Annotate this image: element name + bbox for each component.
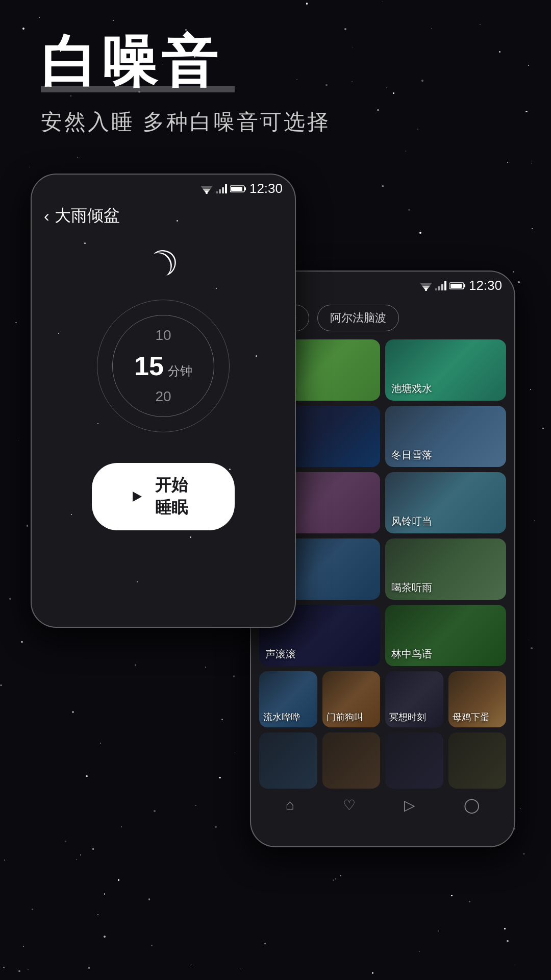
dog-inner: 门前狗叫 [322, 671, 381, 727]
svg-rect-20 [464, 284, 465, 287]
sound-item-meditation[interactable]: 冥想时刻 [385, 671, 443, 727]
main-title: 白噪音 [41, 31, 331, 92]
bottom-row: 流水哗哗 门前狗叫 冥想时刻 母鸡下蛋 [251, 671, 514, 727]
stream-inner: 流水哗哗 [259, 671, 317, 727]
sound-item-chicken[interactable]: 母鸡下蛋 [448, 671, 507, 727]
subtitle-text: 安然入睡 多种白噪音可选择 [41, 108, 331, 136]
sound-item-bird[interactable]: 林中鸟语 [385, 605, 506, 666]
svg-rect-16 [438, 286, 440, 290]
sound-label-bell: 风铃叮当 [391, 514, 432, 528]
start-sleep-button[interactable]: 开始睡眠 [92, 463, 235, 530]
status-time: 12:30 [249, 181, 283, 197]
bottom-nav: ⌂ ♡ ▷ ◯ [251, 789, 514, 822]
partial-item-3 [385, 732, 443, 789]
sound-label-thunder2: 声滚滚 [265, 647, 296, 661]
sound-label-bird: 林中鸟语 [391, 647, 432, 661]
svg-point-3 [206, 193, 208, 194]
status-icons: 12:30 [201, 181, 283, 197]
right-battery-icon [449, 282, 466, 290]
timer-bottom-number: 20 [155, 388, 171, 405]
status-bar: 12:30 [32, 175, 295, 200]
sound-label-stream: 流水哗哗 [263, 711, 313, 723]
phone-star [71, 514, 72, 515]
phone-star [256, 355, 257, 357]
svg-rect-6 [222, 187, 224, 193]
back-button[interactable]: ‹ 大雨倾盆 [44, 205, 120, 227]
play-icon [133, 492, 142, 502]
phone-star [137, 581, 138, 582]
sound-label-chicken: 母鸡下蛋 [453, 711, 503, 723]
phone-star [190, 536, 191, 538]
wifi-icon [201, 184, 213, 194]
nav-title: 大雨倾盆 [55, 205, 120, 227]
timer-main-number: 15 分钟 [134, 351, 192, 381]
right-wifi-icon [420, 281, 432, 291]
svg-rect-18 [444, 281, 446, 290]
moon-icon: ☽ [139, 237, 188, 290]
svg-rect-17 [441, 284, 443, 290]
title-text: 白噪音 [41, 30, 221, 93]
partial-item-2 [322, 732, 381, 789]
sound-item-snow[interactable]: 冬日雪落 [385, 406, 506, 467]
right-status-icons: 12:30 [420, 278, 502, 293]
nav-play-icon[interactable]: ▷ [404, 797, 415, 814]
svg-rect-7 [225, 184, 227, 193]
partial-item-1 [259, 732, 317, 789]
right-status-time: 12:30 [469, 278, 502, 293]
moon-area: ☽ [32, 232, 295, 289]
sound-item-dog[interactable]: 门前狗叫 [322, 671, 381, 727]
signal-icon [216, 184, 227, 193]
sound-label-dog: 门前狗叫 [327, 711, 377, 723]
timer-unit: 分钟 [168, 363, 192, 379]
timer-value: 15 [134, 351, 164, 381]
meditation-inner: 冥想时刻 [385, 671, 443, 727]
nav-user-icon[interactable]: ◯ [464, 797, 480, 814]
svg-point-14 [425, 290, 427, 291]
header-area: 白噪音 安然入睡 多种白噪音可选择 [41, 31, 331, 136]
title-underline [41, 86, 235, 92]
phone-left: 12:30 ‹ 大雨倾盆 ☽ 10 15 分钟 20 开始睡眠 [31, 174, 296, 628]
phone-star [58, 333, 59, 334]
timer-area[interactable]: 10 15 分钟 20 [92, 295, 235, 437]
partial-item-4 [448, 732, 507, 789]
svg-rect-15 [435, 288, 437, 290]
nav-bar: ‹ 大雨倾盆 [32, 200, 295, 232]
phone-star [229, 469, 231, 470]
sound-item-bell[interactable]: 风铃叮当 [385, 472, 506, 533]
svg-rect-9 [244, 187, 246, 190]
back-chevron-icon: ‹ [44, 207, 49, 226]
battery-icon [230, 185, 246, 193]
svg-rect-10 [231, 187, 242, 191]
chicken-inner: 母鸡下蛋 [448, 671, 507, 727]
svg-rect-21 [450, 284, 462, 288]
sound-label-meditation: 冥想时刻 [389, 711, 439, 723]
sound-item-stream[interactable]: 流水哗哗 [259, 671, 317, 727]
sound-label-tea: 喝茶听雨 [391, 581, 432, 595]
svg-rect-5 [219, 189, 221, 193]
timer-numbers: 10 15 分钟 20 [134, 327, 192, 405]
right-signal-icon [435, 281, 446, 290]
sound-label-pond: 池塘戏水 [391, 382, 432, 396]
nav-heart-icon[interactable]: ♡ [343, 797, 356, 814]
sound-item-tea[interactable]: 喝茶听雨 [385, 538, 506, 600]
svg-rect-4 [216, 191, 218, 193]
nav-home-icon[interactable]: ⌂ [286, 797, 294, 814]
partial-row [251, 732, 514, 789]
timer-top-number: 10 [155, 327, 171, 344]
tab-alpha[interactable]: 阿尔法脑波 [317, 305, 399, 331]
start-button-label: 开始睡眠 [149, 474, 194, 519]
sound-label-snow: 冬日雪落 [391, 448, 432, 462]
sound-item-pond[interactable]: 池塘戏水 [385, 339, 506, 401]
